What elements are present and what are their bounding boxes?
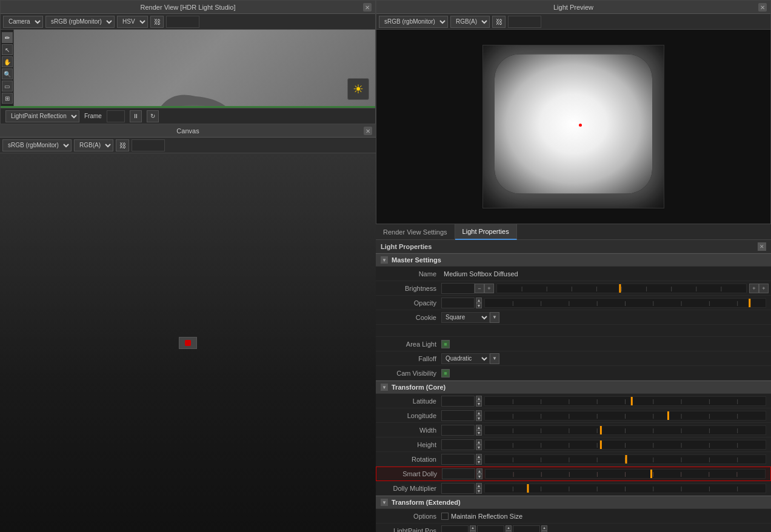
camera-dropdown[interactable]: Camera xyxy=(3,16,43,28)
canvas-exposure-value[interactable]: 1.0000 xyxy=(132,139,165,151)
transform-core-collapse-btn[interactable]: ▼ xyxy=(381,384,388,391)
cookie-dropdown[interactable]: Square xyxy=(441,312,490,323)
latitude-down-btn[interactable]: ▼ xyxy=(476,401,482,407)
mode-dropdown[interactable]: HSV xyxy=(117,16,148,28)
svg-rect-47 xyxy=(667,411,669,420)
lp-mode-dropdown[interactable]: RGB(A) xyxy=(450,16,490,28)
smart-dolly-label: Smart Dolly xyxy=(381,470,442,477)
height-down-btn[interactable]: ▼ xyxy=(476,445,482,450)
longitude-input[interactable]: 62.28 xyxy=(441,410,475,421)
smart-dolly-slider[interactable] xyxy=(485,469,766,479)
falloff-dropdown[interactable]: Quadratic xyxy=(441,353,490,364)
width-up-btn[interactable]: ▲ xyxy=(476,425,482,430)
canvas-link-icon[interactable]: ⛓ xyxy=(116,139,129,151)
longitude-slider[interactable] xyxy=(484,411,766,421)
properties-tabs: Render View Settings Light Properties xyxy=(376,224,771,240)
height-slider-svg xyxy=(485,441,766,449)
options-label: Options xyxy=(381,513,441,520)
brightness-max2-btn[interactable]: + xyxy=(759,284,769,293)
tab-light-properties[interactable]: Light Properties xyxy=(455,224,517,240)
transform-extended-collapse-btn[interactable]: ▼ xyxy=(381,499,388,506)
opacity-input[interactable]: 1.000 xyxy=(441,298,475,308)
light-preview-image xyxy=(482,45,664,208)
lightpaint-mode-dropdown[interactable]: LightPaint Reflection xyxy=(5,110,79,122)
latitude-input[interactable]: 2.59 xyxy=(441,396,475,407)
light-preview-close-button[interactable]: ✕ xyxy=(758,3,767,12)
opacity-slider[interactable] xyxy=(484,298,766,308)
lp-colorspace-dropdown[interactable]: sRGB (rgbMonitor) xyxy=(379,16,448,28)
pos-x-up[interactable]: ▲ xyxy=(470,525,476,531)
canvas-colorspace-dropdown[interactable]: sRGB (rgbMonitor) xyxy=(2,139,72,151)
red-dot xyxy=(185,340,191,346)
pos-y-up[interactable]: ▲ xyxy=(506,525,512,531)
height-slider[interactable] xyxy=(484,440,766,450)
area-light-checkbox[interactable]: ■ xyxy=(441,340,450,348)
link-icon[interactable]: ⛓ xyxy=(150,16,164,28)
rotation-slider[interactable] xyxy=(484,454,766,464)
longitude-up-btn[interactable]: ▲ xyxy=(476,410,482,416)
width-down-btn[interactable]: ▼ xyxy=(476,430,482,436)
rotation-down-btn[interactable]: ▼ xyxy=(476,459,482,465)
opacity-down-btn[interactable]: ▼ xyxy=(476,303,482,308)
rect-tool-btn[interactable]: ▭ xyxy=(2,81,13,91)
smart-dolly-up-btn[interactable]: ▲ xyxy=(476,468,482,474)
pause-button[interactable]: ⏸ xyxy=(130,110,142,122)
latitude-slider[interactable] xyxy=(484,396,766,406)
height-input[interactable]: 20.00 xyxy=(441,439,475,450)
opacity-up-btn[interactable]: ▲ xyxy=(476,298,482,303)
master-settings-collapse-btn[interactable]: ▼ xyxy=(381,256,388,264)
rotation-up-btn[interactable]: ▲ xyxy=(476,454,482,459)
light-properties-header: Light Properties ✕ xyxy=(376,240,771,253)
zoom-tool-btn[interactable]: 🔍 xyxy=(2,68,13,79)
light-properties-close-btn[interactable]: ✕ xyxy=(758,242,766,251)
dolly-mult-slider[interactable] xyxy=(484,484,766,493)
lp-link-icon[interactable]: ⛓ xyxy=(492,16,506,28)
falloff-dropdown-arrow[interactable]: ▼ xyxy=(490,353,499,364)
frame-value[interactable]: 0 xyxy=(107,110,125,122)
width-slider[interactable] xyxy=(484,425,766,435)
hand-tool-btn[interactable]: ✋ xyxy=(2,56,13,67)
lightpaint-pos-y[interactable]: -13.77 xyxy=(477,525,504,533)
dolly-mult-input[interactable]: 1.00 xyxy=(441,483,475,494)
lp-exposure-value[interactable]: 1.0000 xyxy=(508,16,541,28)
canvas-mode-dropdown[interactable]: RGB(A) xyxy=(74,139,113,151)
canvas-close-button[interactable]: ✕ xyxy=(364,127,372,135)
brightness-slider[interactable] xyxy=(496,284,747,293)
refresh-button[interactable]: ↻ xyxy=(147,110,159,122)
brightness-input[interactable]: 100 xyxy=(441,283,475,294)
sun-icon[interactable]: ☀ xyxy=(347,78,369,100)
smart-dolly-down-btn[interactable]: ▼ xyxy=(476,474,482,479)
arrow-tool-btn[interactable]: ↖ xyxy=(2,44,13,55)
smart-dolly-input[interactable]: 13.59 xyxy=(442,468,475,479)
colorspace-dropdown[interactable]: sRGB (rgbMonitor) xyxy=(45,16,115,28)
latitude-row: Latitude 2.59 ▲ ▼ xyxy=(376,394,771,408)
rotation-slider-svg xyxy=(485,455,766,464)
rotation-input[interactable]: 0.00 xyxy=(441,454,475,465)
height-up-btn[interactable]: ▲ xyxy=(476,439,482,445)
tab-render-view-settings[interactable]: Render View Settings xyxy=(376,224,455,240)
transform-tool-btn[interactable]: ⊞ xyxy=(2,93,13,104)
dolly-mult-up-btn[interactable]: ▲ xyxy=(476,483,482,488)
maintain-checkbox[interactable] xyxy=(441,513,449,520)
rotation-label: Rotation xyxy=(381,456,441,463)
cookie-dropdown-arrow[interactable]: ▼ xyxy=(490,312,499,323)
rotation-spinners: ▲ ▼ xyxy=(476,454,482,465)
longitude-down-btn[interactable]: ▼ xyxy=(476,416,482,421)
paint-tool-btn[interactable]: ✏ xyxy=(2,32,13,43)
dolly-mult-down-btn[interactable]: ▼ xyxy=(476,488,482,494)
cam-visibility-checkbox[interactable]: ■ xyxy=(441,369,450,377)
latitude-up-btn[interactable]: ▲ xyxy=(476,396,482,401)
render-view-close-button[interactable]: ✕ xyxy=(363,3,372,12)
brightness-minus-btn[interactable]: − xyxy=(475,284,484,293)
width-input[interactable]: 20.00 xyxy=(441,425,475,436)
brightness-plus-btn[interactable]: + xyxy=(484,284,494,293)
rotation-row: Rotation 0.00 ▲ ▼ xyxy=(376,452,771,467)
pos-z-spinners: ▲ ▼ xyxy=(541,525,547,533)
exposure-value[interactable]: 1.0000 xyxy=(166,16,199,28)
brightness-max-btn[interactable]: + xyxy=(749,284,759,293)
lightpaint-pos-z[interactable]: 17.38 xyxy=(513,525,540,533)
properties-panel: Render View Settings Light Properties Li… xyxy=(376,224,771,532)
lightpaint-pos-x[interactable]: 9.20 xyxy=(441,525,469,533)
pos-z-up[interactable]: ▲ xyxy=(541,525,547,531)
properties-content: Light Properties ✕ ▼ Master Settings Nam… xyxy=(376,240,771,532)
